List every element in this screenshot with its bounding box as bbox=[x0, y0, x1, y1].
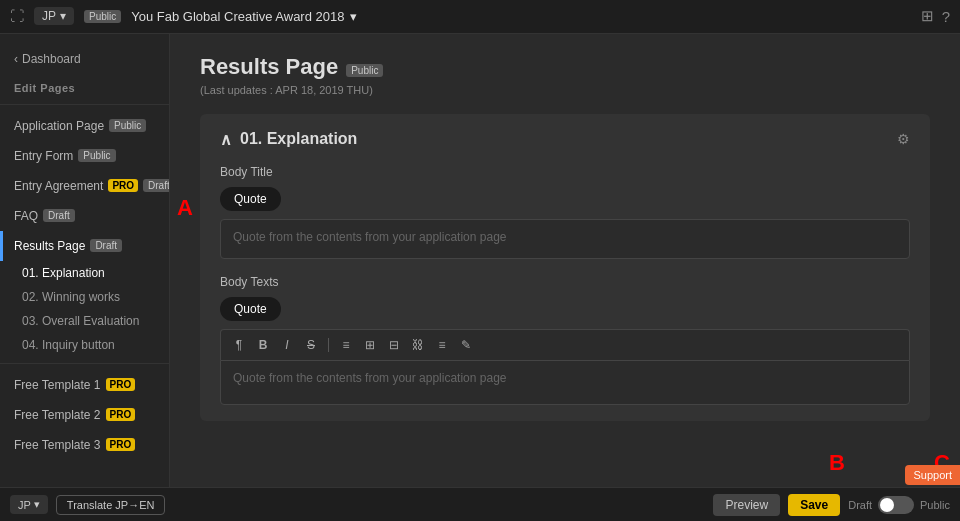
toolbar-table[interactable]: ⊞ bbox=[360, 336, 380, 354]
sidebar-item-label: Entry Agreement bbox=[14, 179, 103, 193]
free-template-3-label: Free Template 3 bbox=[14, 438, 101, 452]
brand-dropdown-icon: ▾ bbox=[60, 9, 66, 23]
page-title: Results Page bbox=[200, 54, 338, 80]
sidebar-item-label: FAQ bbox=[14, 209, 38, 223]
preview-button[interactable]: Preview bbox=[713, 494, 780, 516]
app-title: You Fab Global Creative Award 2018 bbox=[131, 9, 344, 24]
sidebar-item-entry-agreement[interactable]: Entry Agreement PRO Draft bbox=[0, 171, 169, 201]
sidebar-sub-inquiry[interactable]: 04. Inquiry button bbox=[0, 333, 169, 357]
section-title-text: 01. Explanation bbox=[240, 130, 357, 148]
free-template-1-badge: PRO bbox=[106, 378, 136, 391]
quote-button-1[interactable]: Quote bbox=[220, 187, 281, 211]
resize-icon[interactable]: ⛶ bbox=[10, 8, 24, 24]
divider-1 bbox=[0, 104, 169, 105]
page-meta: (Last updates : APR 18, 2019 THU) bbox=[200, 84, 930, 96]
free-template-1-label: Free Template 1 bbox=[14, 378, 101, 392]
editor-body[interactable]: Quote from the contents from your applic… bbox=[220, 360, 910, 405]
sidebar-item-label: Results Page bbox=[14, 239, 85, 253]
quote-button-2[interactable]: Quote bbox=[220, 297, 281, 321]
publish-toggle-wrap: Draft Public bbox=[848, 496, 950, 514]
toolbar-bold[interactable]: B bbox=[253, 336, 273, 354]
entry-agreement-badge-pro: PRO bbox=[108, 179, 138, 192]
sidebar-item-label: Application Page bbox=[14, 119, 104, 133]
toolbar-edit[interactable]: ✎ bbox=[456, 336, 476, 354]
sidebar-sub-explanation[interactable]: 01. Explanation bbox=[0, 261, 169, 285]
sidebar-item-application-page[interactable]: Application Page Public bbox=[0, 111, 169, 141]
publish-toggle[interactable] bbox=[878, 496, 914, 514]
back-to-dashboard[interactable]: ‹ Dashboard bbox=[0, 44, 169, 74]
language-selector[interactable]: JP ▾ bbox=[10, 495, 48, 514]
page-header: Results Page Public bbox=[200, 54, 930, 80]
title-dropdown-icon[interactable]: ▾ bbox=[350, 9, 357, 24]
back-label: Dashboard bbox=[22, 52, 81, 66]
sidebar-item-free-template-1[interactable]: Free Template 1 PRO bbox=[0, 370, 169, 400]
sidebar-sub-winning[interactable]: 02. Winning works bbox=[0, 285, 169, 309]
back-arrow-icon: ‹ bbox=[14, 52, 18, 66]
editor-toolbar: ¶ B I S ≡ ⊞ ⊟ ⛓ ≡ ✎ bbox=[220, 329, 910, 360]
save-button[interactable]: Save bbox=[788, 494, 840, 516]
topbar: ⛶ JP ▾ Public You Fab Global Creative Aw… bbox=[0, 0, 960, 34]
free-template-2-badge: PRO bbox=[106, 408, 136, 421]
layout: ‹ Dashboard Edit Pages Application Page … bbox=[0, 34, 960, 488]
app-title-wrap: You Fab Global Creative Award 2018 ▾ bbox=[131, 9, 910, 24]
brand-selector[interactable]: JP ▾ bbox=[34, 7, 74, 25]
topbar-right: ⊞ ? bbox=[921, 7, 950, 25]
sidebar-item-free-template-2[interactable]: Free Template 2 PRO bbox=[0, 400, 169, 430]
language-label: JP bbox=[18, 499, 31, 511]
free-template-3-badge: PRO bbox=[106, 438, 136, 451]
body-title-placeholder: Quote from the contents from your applic… bbox=[233, 230, 507, 244]
results-page-badge: Draft bbox=[90, 239, 122, 252]
bottom-right: Preview Save Draft Public bbox=[713, 494, 950, 516]
support-button[interactable]: Support bbox=[905, 465, 960, 485]
toolbar-strikethrough[interactable]: S bbox=[301, 336, 321, 354]
entry-form-badge: Public bbox=[78, 149, 115, 162]
body-title-label: Body Title bbox=[220, 165, 910, 179]
section-title-wrap: ∧ 01. Explanation bbox=[220, 130, 357, 149]
sidebar-item-results-page[interactable]: Results Page Draft bbox=[0, 231, 169, 261]
entry-agreement-badge-draft: Draft bbox=[143, 179, 170, 192]
faq-badge: Draft bbox=[43, 209, 75, 222]
main-content: Results Page Public (Last updates : APR … bbox=[170, 34, 960, 488]
section-explanation: ∧ 01. Explanation ⚙ Body Title Quote Quo… bbox=[200, 114, 930, 421]
toolbar-sep-1 bbox=[328, 338, 329, 352]
draft-label: Draft bbox=[848, 499, 872, 511]
section-collapse-icon[interactable]: ∧ bbox=[220, 130, 232, 149]
toolbar-table-remove[interactable]: ⊟ bbox=[384, 336, 404, 354]
sidebar-item-entry-form[interactable]: Entry Form Public bbox=[0, 141, 169, 171]
bottombar: JP ▾ Translate JP→EN Preview Save Draft … bbox=[0, 487, 960, 521]
language-dropdown-icon: ▾ bbox=[34, 498, 40, 511]
toolbar-link[interactable]: ⛓ bbox=[408, 336, 428, 354]
translate-button[interactable]: Translate JP→EN bbox=[56, 495, 166, 515]
grid-icon[interactable]: ⊞ bbox=[921, 7, 934, 25]
sidebar-section-title: Edit Pages bbox=[0, 74, 169, 98]
body-title-input[interactable]: Quote from the contents from your applic… bbox=[220, 219, 910, 259]
section-header: ∧ 01. Explanation ⚙ bbox=[220, 130, 910, 149]
topbar-public-badge: Public bbox=[84, 10, 121, 23]
section-gear-icon[interactable]: ⚙ bbox=[897, 131, 910, 147]
application-page-badge: Public bbox=[109, 119, 146, 132]
sidebar-sub-overall[interactable]: 03. Overall Evaluation bbox=[0, 309, 169, 333]
toolbar-paragraph[interactable]: ¶ bbox=[229, 336, 249, 354]
brand-label: JP bbox=[42, 9, 56, 23]
sidebar-item-faq[interactable]: FAQ Draft bbox=[0, 201, 169, 231]
body-texts-label: Body Texts bbox=[220, 275, 910, 289]
public-label: Public bbox=[920, 499, 950, 511]
toolbar-italic[interactable]: I bbox=[277, 336, 297, 354]
sidebar-item-free-template-3[interactable]: Free Template 3 PRO bbox=[0, 430, 169, 460]
page-public-badge: Public bbox=[346, 64, 383, 77]
sidebar-item-label: Entry Form bbox=[14, 149, 73, 163]
divider-2 bbox=[0, 363, 169, 364]
toggle-knob bbox=[880, 498, 894, 512]
toolbar-list-unordered[interactable]: ≡ bbox=[336, 336, 356, 354]
help-icon[interactable]: ? bbox=[942, 8, 950, 25]
toolbar-align[interactable]: ≡ bbox=[432, 336, 452, 354]
editor-placeholder: Quote from the contents from your applic… bbox=[233, 371, 507, 385]
sidebar: ‹ Dashboard Edit Pages Application Page … bbox=[0, 34, 170, 488]
free-template-2-label: Free Template 2 bbox=[14, 408, 101, 422]
